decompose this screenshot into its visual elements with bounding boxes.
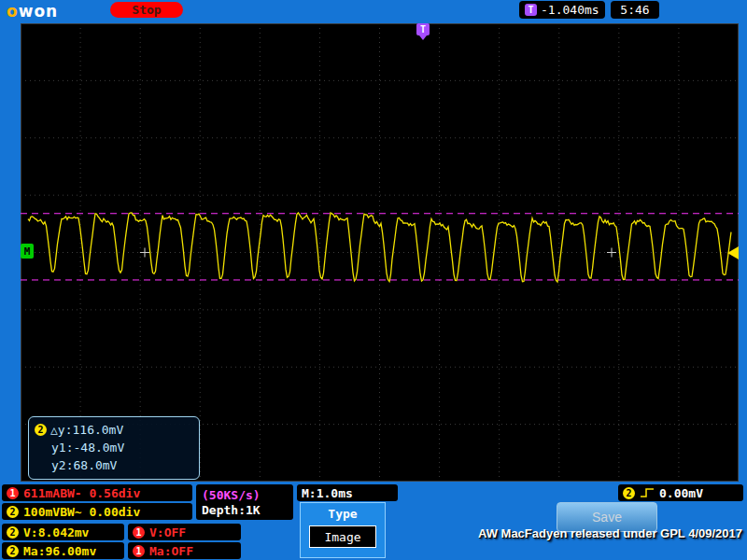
- sample-rate: (50KS/s): [202, 488, 261, 502]
- softkey-menu: Type Image: [300, 502, 386, 558]
- ch2-voltage-box: 2 V:8.042mv: [2, 524, 124, 540]
- owon-logo-o: o: [7, 2, 19, 21]
- trigger-offset-readout: T -1.040ms: [519, 1, 605, 19]
- trigger-level-value: 0.00mV: [659, 486, 703, 500]
- trigger-level-box: 2 0.00mV: [618, 484, 743, 501]
- waveform-plot: [21, 23, 739, 482]
- run-stop-indicator[interactable]: Stop: [110, 2, 183, 18]
- timebase-value: M:1.0ms: [302, 486, 353, 500]
- timebase-box: M:1.0ms: [297, 484, 398, 501]
- ch1-voltage-box: 1 V:OFF: [128, 524, 241, 540]
- credit-text: AW MacFadyen released under GPL 4/09/201…: [478, 526, 742, 540]
- trigger-position-marker[interactable]: T: [416, 23, 430, 35]
- cursor-readout-panel: 2 △y:116.0mV y1:-48.0mV y2:68.0mV: [28, 416, 200, 480]
- trigger-level-arrow-icon[interactable]: [727, 246, 739, 259]
- ch2-badge-icon: 2: [7, 526, 19, 539]
- ch1-badge-icon: 1: [7, 487, 19, 499]
- ch2-current-value: Ma:96.00mv: [23, 544, 96, 558]
- ch2-scale-position: 100mVBW~ 0.00div: [23, 505, 140, 519]
- ch1-current-value: Ma:OFF: [149, 544, 193, 558]
- ch1-scale-position: 611mABW- 0.56div: [23, 486, 140, 500]
- graticule: [21, 23, 739, 482]
- center-cross-tick: [140, 248, 149, 258]
- cursor-y2-value: y2:68.0mV: [35, 456, 193, 474]
- rising-edge-icon: [640, 486, 655, 499]
- cursor-y1-value: y1:-48.0mV: [35, 439, 193, 456]
- trigger-offset-value: -1.040ms: [541, 3, 599, 17]
- ch2-current-box: 2 Ma:96.00mv: [2, 542, 124, 559]
- ch1-voltage-value: V:OFF: [149, 525, 186, 539]
- center-cross-tick: [607, 248, 616, 258]
- record-depth: Depth:1K: [202, 503, 261, 517]
- ch1-info-box: 1 611mABW- 0.56div: [2, 484, 192, 501]
- menu-option-image[interactable]: Image: [309, 525, 376, 548]
- ch1-badge-icon: 1: [133, 526, 145, 539]
- ch2-badge-icon: 2: [35, 424, 47, 436]
- ch2-info-box: 2 100mVBW~ 0.00div: [2, 503, 192, 520]
- oscilloscope-ui: owon Stop T -1.040ms 5:46 M T 2 △y:116.0…: [0, 0, 747, 560]
- ch2-voltage-value: V:8.042mv: [23, 525, 89, 539]
- m-marker[interactable]: M: [21, 244, 34, 259]
- ch1-badge-icon: 1: [133, 545, 145, 557]
- clock: 5:46: [611, 1, 659, 19]
- owon-logo: owon: [7, 2, 58, 21]
- acquisition-info-box: (50KS/s) Depth:1K: [196, 484, 293, 520]
- ch2-badge-icon: 2: [7, 506, 19, 518]
- ch2-badge-icon: 2: [7, 545, 19, 557]
- ch1-current-box: 1 Ma:OFF: [128, 542, 241, 559]
- cursor-delta-y: △y:116.0mV: [50, 421, 123, 439]
- menu-title: Type: [328, 507, 357, 521]
- trigger-t-icon: T: [525, 4, 537, 16]
- scope-display: M T 2 △y:116.0mV y1:-48.0mV y2:68.0mV: [21, 23, 739, 482]
- ch2-badge-icon: 2: [623, 487, 635, 499]
- owon-logo-text: won: [19, 2, 59, 21]
